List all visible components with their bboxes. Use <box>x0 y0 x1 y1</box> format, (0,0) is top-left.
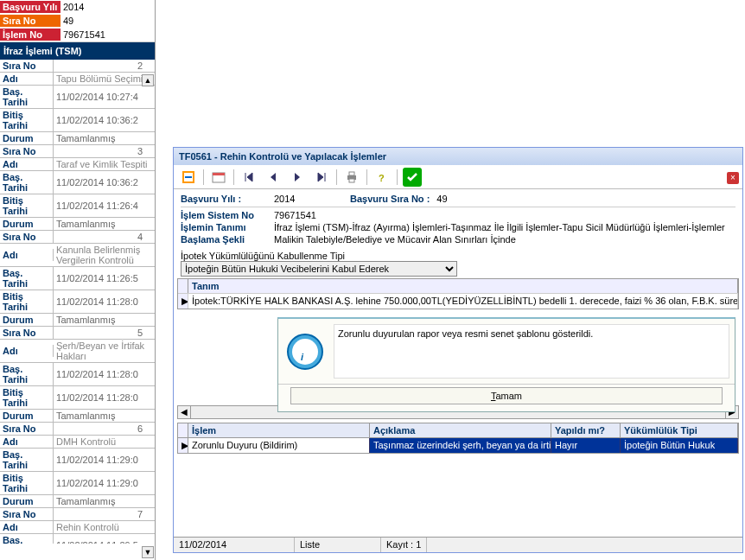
basvuru-yili-val: 2014 <box>274 194 343 204</box>
task-row-bas: Baş. Tarihi11/02/2014 10:27:4 <box>0 86 155 109</box>
baslama-lbl: Başlama Şekli <box>181 234 267 245</box>
info-dialog: i Zorunlu duyurulan rapor veya resmi sen… <box>277 317 735 412</box>
svg-point-7 <box>292 339 318 365</box>
nav-prev-button[interactable] <box>264 168 283 187</box>
svg-rect-3 <box>349 172 354 175</box>
toolbar: ? <box>174 165 742 189</box>
scroll-down-button[interactable]: ▼ <box>142 546 154 558</box>
row-marker-icon: ▶ <box>178 438 188 453</box>
islem-sistem-lbl: İşlem Sistem No <box>181 210 267 220</box>
task-row-bitis: Bitiş Tarihi11/02/2014 11:29:0 <box>0 472 155 495</box>
col-aciklama: Açıklama <box>370 423 551 437</box>
right-panel: TF0561 - Rehin Kontrolü ve Yapılacak İşl… <box>173 147 743 553</box>
status-bar: 11/02/2014 Liste Kayıt : 1 <box>174 537 742 552</box>
task-row-adi: AdıTaraf ve Kimlik Tespiti <box>0 158 155 171</box>
help-icon[interactable]: ? <box>372 168 392 187</box>
islem-sistem-val: 79671541 <box>274 210 735 220</box>
basvuru-sira-lbl: Başvuru Sıra No : <box>350 194 430 204</box>
task-row-sira: Sıra No5 <box>0 327 155 340</box>
task-row-bitis: Bitiş Tarihi11/02/2014 11:28:0 <box>0 290 155 314</box>
task-list[interactable]: Sıra No2 AdıTapu Bölümü Seçimi Baş. Tari… <box>0 60 155 544</box>
row-marker-icon: ▶ <box>178 293 188 309</box>
cell-islem: Zorunlu Duyuru (Bildirim) <box>188 438 370 453</box>
window-title: TF0561 - Rehin Kontrolü ve Yapılacak İşl… <box>174 148 742 165</box>
task-row-durum: DurumTamamlanmış <box>0 132 155 145</box>
status-mode: Liste <box>295 538 381 552</box>
basvuru-yili-value: 2014 <box>60 1 155 13</box>
ipotek-label: İpotek Yükümlülüğünü Kabullenme Tipi <box>181 251 735 261</box>
svg-text:?: ? <box>379 173 385 183</box>
basvuru-yili-label: Başvuru Yılı <box>0 1 60 13</box>
nav-last-button[interactable] <box>312 168 331 187</box>
task-row-adi: AdıŞerh/Beyan ve İrtifak Hakları <box>0 340 155 363</box>
task-row-adi: AdıTapu Bölümü Seçimi <box>0 73 155 86</box>
task-row-sira: Sıra No3 <box>0 145 155 158</box>
islem-tanimi-lbl: İşlemin Tanımı <box>181 222 267 232</box>
dialog-message: Zorunlu duyurulan rapor veya resmi senet… <box>334 324 729 379</box>
task-row-durum: DurumTamamlanmış <box>0 314 155 327</box>
status-count: Kayıt : 1 <box>381 538 427 552</box>
task-row-bas: Baş. Tarihi11/02/2014 11:29:0 <box>0 449 155 472</box>
task-row-adi: AdıKanunla Belirlenmiş Vergilerin Kontro… <box>0 244 155 267</box>
task-row-bas: Baş. Tarihi11/02/2014 10:36:2 <box>0 171 155 194</box>
svg-rect-1 <box>213 173 225 175</box>
col-yapildi: Yapıldı mı? <box>551 423 621 437</box>
top-fields: Başvuru Yılı2014 Sıra No49 İşlem No79671… <box>0 0 155 42</box>
ipotek-box: İpotek Yükümlülüğünü Kabullenme Tipi İpo… <box>181 251 735 277</box>
left-panel: Başvuru Yılı2014 Sıra No49 İşlem No79671… <box>0 0 156 560</box>
task-row-adi: AdıDMH Kontrolü <box>0 436 155 449</box>
basvuru-yili-lbl: Başvuru Yılı : <box>181 194 267 204</box>
task-row-sira: Sıra No7 <box>0 508 155 521</box>
info-icon: i <box>283 324 327 379</box>
basvuru-sira-val: 49 <box>436 194 735 204</box>
task-row-durum: DurumTamamlanmış <box>0 218 155 231</box>
task-row-bitis: Bitiş Tarihi11/02/2014 10:36:2 <box>0 109 155 132</box>
task-row-bitis: Bitiş Tarihi11/02/2014 11:28:0 <box>0 386 155 410</box>
col-yukumluluk: Yükümlülük Tipi <box>621 423 738 437</box>
close-button[interactable]: × <box>727 172 739 184</box>
svg-rect-4 <box>349 179 354 182</box>
calendar-icon[interactable] <box>209 168 228 187</box>
task-row-durum: DurumTamamlanmış <box>0 410 155 423</box>
tanim-grid: Tanım ▶İpotek:TÜRKİYE HALK BANKASI A.Ş. … <box>177 278 739 309</box>
cell-yapildi: Hayır <box>551 438 621 453</box>
nav-first-button[interactable] <box>239 168 258 187</box>
sira-no-value: 49 <box>60 15 155 27</box>
scroll-left-button[interactable]: ◀ <box>177 405 191 419</box>
tanim-head: Tanım <box>188 279 738 293</box>
task-row-bas: Baş. Tarihi11/02/2014 11:26:5 <box>0 267 155 290</box>
islem-tanimi-val: İfraz İşlemi (TSM)-İfraz (Ayırma) İşleml… <box>274 222 735 232</box>
task-row-sira: Sıra No2 <box>0 60 155 73</box>
task-row-bas: Baş. Tarihi11/02/2014 11:28:0 <box>0 363 155 386</box>
col-islem: İşlem <box>188 423 370 437</box>
tanim-row[interactable]: İpotek:TÜRKİYE HALK BANKASI A.Ş. lehine … <box>188 293 738 309</box>
task-row-bas: Baş. Tarihi11/02/2014 11:29:5 <box>0 534 155 544</box>
bottom-grid: İşlem Açıklama Yapıldı mı? Yükümlülük Ti… <box>177 423 739 454</box>
status-date: 11/02/2014 <box>174 538 295 552</box>
islem-no-label: İşlem No <box>0 29 60 41</box>
ipotek-select[interactable]: İpoteğin Bütün Hukuki Vecibelerini Kabul… <box>181 261 457 277</box>
islem-no-value: 79671541 <box>60 29 155 41</box>
nav-next-button[interactable] <box>288 168 307 187</box>
cell-aciklama: Taşınmaz üzerindeki şerh, beyan ya da ir… <box>370 438 551 453</box>
scroll-up-button[interactable]: ▲ <box>142 74 154 86</box>
confirm-icon[interactable] <box>403 168 422 187</box>
task-row-sira: Sıra No6 <box>0 423 155 436</box>
baslama-val: Malikin Talebiyle/Belediye ve Mücavir Al… <box>274 234 735 245</box>
info-area: Başvuru Yılı : 2014 Başvuru Sıra No : 49… <box>174 189 742 249</box>
dialog-ok-button[interactable]: Tamam <box>290 387 723 404</box>
grid-row[interactable]: ▶ Zorunlu Duyuru (Bildirim) Taşınmaz üze… <box>178 438 738 453</box>
task-row-sira: Sıra No4 <box>0 231 155 244</box>
cell-yukumluluk: İpoteğin Bütün Hukuk <box>621 438 738 453</box>
task-row-bitis: Bitiş Tarihi11/02/2014 11:26:4 <box>0 194 155 218</box>
sira-no-label: Sıra No <box>0 15 60 27</box>
print-icon[interactable] <box>342 168 361 187</box>
task-row-adi: AdıRehin Kontrolü <box>0 521 155 534</box>
section-title: İfraz İşlemi (TSM) <box>0 42 155 60</box>
app-icon[interactable] <box>179 168 198 187</box>
task-row-durum: DurumTamamlanmış <box>0 495 155 508</box>
